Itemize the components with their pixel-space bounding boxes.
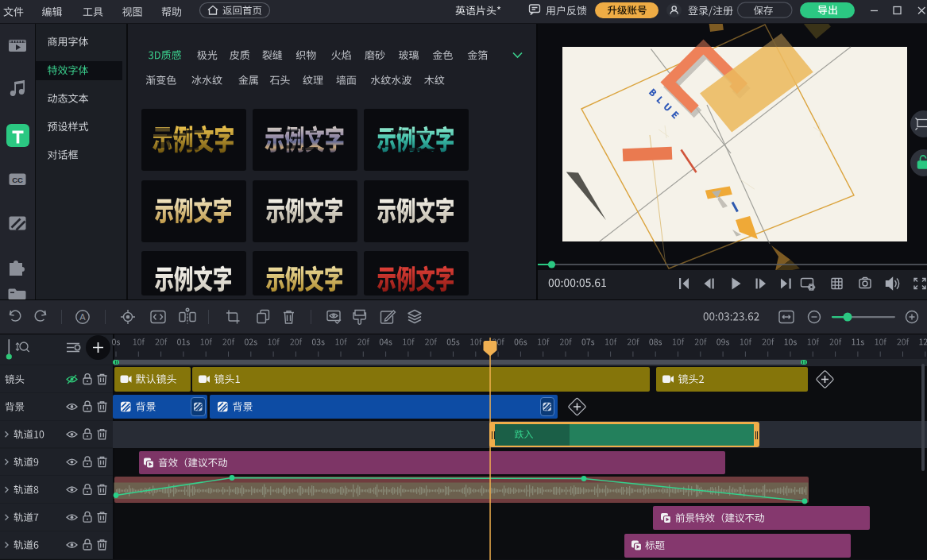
svg-text:CC: CC bbox=[12, 176, 23, 184]
svg-text:A: A bbox=[79, 312, 86, 322]
